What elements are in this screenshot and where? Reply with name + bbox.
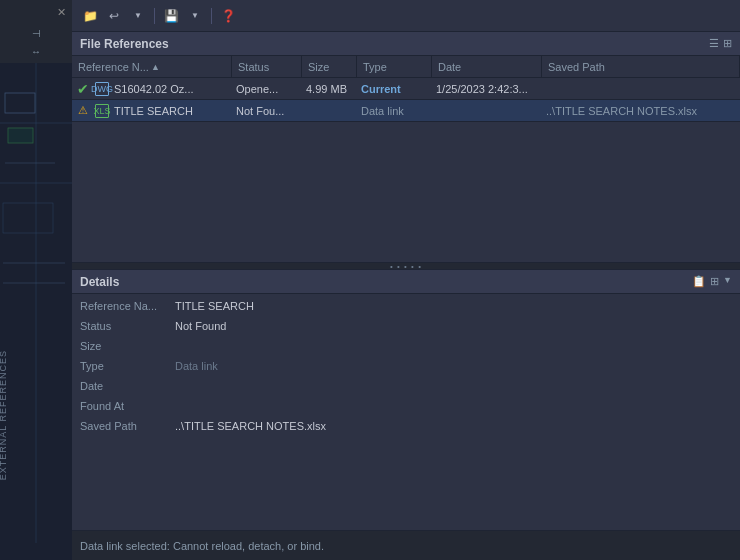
cell-saved-1: [542, 78, 740, 99]
undo-dropdown[interactable]: ▼: [128, 6, 148, 26]
details-header: Details 📋 ⊞ ▼: [72, 270, 740, 294]
cell-type-1: Current: [357, 78, 432, 99]
main-area: 📁 ↩ ▼ 💾 ▼ ❓ File References ☰ ⊞ Referenc…: [72, 0, 740, 560]
section-header-icons: ☰ ⊞: [709, 37, 732, 50]
value-status: Not Found: [175, 320, 226, 332]
detail-row-size: Size: [80, 340, 732, 358]
detail-row-date: Date: [80, 380, 732, 398]
dwg-icon: DWG: [95, 82, 109, 96]
details-title: Details: [80, 275, 119, 289]
undo-btn[interactable]: ↩: [104, 6, 124, 26]
col-header-type[interactable]: Type: [357, 56, 432, 77]
cell-date-1: 1/25/2023 2:42:3...: [432, 78, 542, 99]
pin-icon[interactable]: ⊣: [28, 25, 44, 41]
detail-row-refname: Reference Na... TITLE SEARCH: [80, 300, 732, 318]
detail-row-type: Type Data link: [80, 360, 732, 378]
cell-size-2: [302, 100, 357, 121]
close-btn[interactable]: ✕: [51, 4, 72, 21]
separator-1: [154, 8, 155, 24]
external-references-label: EXTERNAL REFERENCES: [0, 350, 8, 480]
status-warn-icon: ⚠: [76, 104, 90, 118]
panel-icons: ⊣ ↔: [28, 21, 44, 63]
resize-divider[interactable]: • • • • •: [72, 262, 740, 270]
table-header: Reference N... ▲ Status Size Type Date S…: [72, 56, 740, 78]
panel-top: ✕ ⊣ ↔: [0, 0, 72, 63]
list-view-icon[interactable]: ☰: [709, 37, 719, 50]
details-body: Reference Na... TITLE SEARCH Status Not …: [72, 294, 740, 530]
xlsx-icon: XLS: [95, 104, 109, 118]
detail-row-status: Status Not Found: [80, 320, 732, 338]
value-type: Data link: [175, 360, 218, 372]
file-references-header: File References ☰ ⊞: [72, 32, 740, 56]
separator-2: [211, 8, 212, 24]
label-date: Date: [80, 380, 175, 392]
cell-name-1: ✔ DWG S16042.02 Oz...: [72, 78, 232, 99]
label-refname: Reference Na...: [80, 300, 175, 312]
col-header-name[interactable]: Reference N... ▲: [72, 56, 232, 77]
label-savedpath: Saved Path: [80, 420, 175, 432]
left-panel: ✕ ⊣ ↔ EXTERNAL REFERENCES: [0, 0, 72, 560]
label-status: Status: [80, 320, 175, 332]
save-dropdown[interactable]: ▼: [185, 6, 205, 26]
svg-rect-3: [5, 93, 35, 113]
svg-rect-4: [8, 128, 33, 143]
details-header-icons: 📋 ⊞ ▼: [692, 275, 732, 288]
file-references-panel: File References ☰ ⊞ Reference N... ▲ Sta…: [72, 32, 740, 262]
details-icon-1[interactable]: 📋: [692, 275, 706, 288]
col-header-date[interactable]: Date: [432, 56, 542, 77]
tree-view-icon[interactable]: ⊞: [723, 37, 732, 50]
col-header-saved[interactable]: Saved Path: [542, 56, 740, 77]
file-references-title: File References: [80, 37, 169, 51]
cad-decoration-svg: [0, 63, 72, 543]
value-refname: TITLE SEARCH: [175, 300, 254, 312]
status-bar: Data link selected: Cannot reload, detac…: [72, 530, 740, 560]
expand-icon[interactable]: ↔: [28, 43, 44, 59]
sort-arrow-icon: ▲: [151, 62, 160, 72]
detail-row-foundat: Found At: [80, 400, 732, 418]
cell-saved-2: ..\TITLE SEARCH NOTES.xlsx: [542, 100, 740, 121]
label-type: Type: [80, 360, 175, 372]
table-row[interactable]: ⚠ XLS TITLE SEARCH Not Fou... Data link: [72, 100, 740, 122]
table-body: ✔ DWG S16042.02 Oz... Opene... 4.99 MB C…: [72, 78, 740, 262]
details-section: Details 📋 ⊞ ▼ Reference Na... TITLE SEAR…: [72, 270, 740, 560]
cell-name-2: ⚠ XLS TITLE SEARCH: [72, 100, 232, 121]
cell-status-1: Opene...: [232, 78, 302, 99]
save-btn[interactable]: 💾: [161, 6, 181, 26]
toolbar: 📁 ↩ ▼ 💾 ▼ ❓: [72, 0, 740, 32]
open-btn[interactable]: 📁: [80, 6, 100, 26]
help-btn[interactable]: ❓: [218, 6, 238, 26]
col-header-size[interactable]: Size: [302, 56, 357, 77]
status-ok-icon: ✔: [76, 82, 90, 96]
cell-date-2: [432, 100, 542, 121]
cell-status-2: Not Fou...: [232, 100, 302, 121]
details-dropdown[interactable]: ▼: [723, 275, 732, 288]
cell-type-2: Data link: [357, 100, 432, 121]
label-foundat: Found At: [80, 400, 175, 412]
label-size: Size: [80, 340, 175, 352]
table-row[interactable]: ✔ DWG S16042.02 Oz... Opene... 4.99 MB C…: [72, 78, 740, 100]
col-header-status[interactable]: Status: [232, 56, 302, 77]
status-message: Data link selected: Cannot reload, detac…: [80, 540, 324, 552]
value-savedpath: ..\TITLE SEARCH NOTES.xlsx: [175, 420, 326, 432]
cell-size-1: 4.99 MB: [302, 78, 357, 99]
detail-row-savedpath: Saved Path ..\TITLE SEARCH NOTES.xlsx: [80, 420, 732, 438]
details-icon-2[interactable]: ⊞: [710, 275, 719, 288]
svg-rect-6: [3, 203, 53, 233]
